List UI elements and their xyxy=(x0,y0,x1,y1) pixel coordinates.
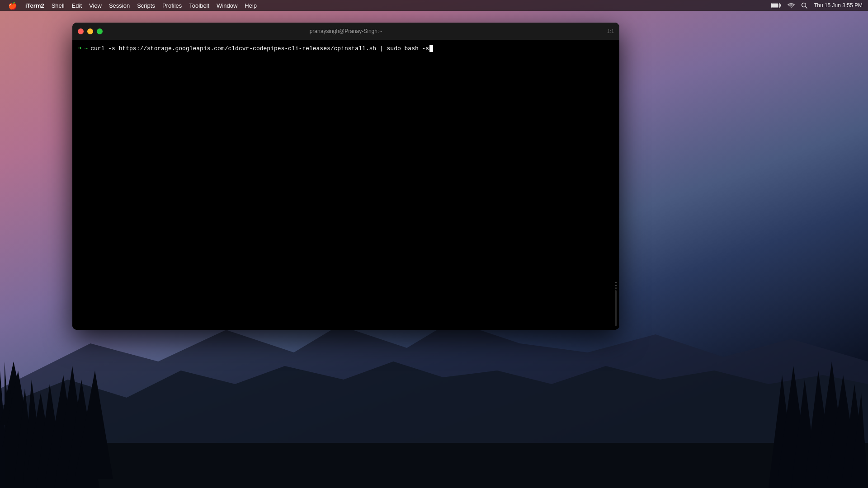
menu-datetime: Thu 15 Jun 3:55 PM xyxy=(812,0,864,11)
svg-rect-25 xyxy=(854,465,858,488)
svg-rect-27 xyxy=(772,4,778,8)
terminal-titlebar: pranaysingh@Pranay-Singh:~ 1:1 xyxy=(72,23,619,40)
toolbelt-menu[interactable]: Toolbelt xyxy=(185,0,213,11)
menu-wifi-icon xyxy=(786,0,797,11)
terminal-tab-count: 1:1 xyxy=(607,28,614,34)
window-close-button[interactable] xyxy=(78,28,84,34)
terminal-title: pranaysingh@Pranay-Singh:~ xyxy=(310,28,382,34)
window-menu[interactable]: Window xyxy=(213,0,241,11)
svg-line-30 xyxy=(805,7,807,9)
view-menu[interactable]: View xyxy=(85,0,105,11)
scripts-menu[interactable]: Scripts xyxy=(133,0,159,11)
session-menu[interactable]: Session xyxy=(105,0,133,11)
svg-rect-28 xyxy=(780,5,781,7)
terminal-command-line: ➜ ~ curl -s https://storage.googleapis.c… xyxy=(72,43,619,54)
menubar-right: Thu 15 Jun 3:55 PM xyxy=(769,0,864,11)
apple-menu[interactable]: 🍎 xyxy=(4,0,22,11)
terminal-window: pranaysingh@Pranay-Singh:~ 1:1 ➜ ~ curl … xyxy=(72,23,619,330)
svg-rect-24 xyxy=(845,461,849,488)
window-controls xyxy=(78,28,103,34)
menubar: 🍎 iTerm2 Shell Edit View Session Scripts… xyxy=(0,0,868,11)
menu-battery-icon xyxy=(769,0,783,11)
shell-menu[interactable]: Shell xyxy=(48,0,68,11)
window-maximize-button[interactable] xyxy=(97,28,103,34)
prompt-arrow: ➜ xyxy=(78,44,81,53)
menubar-left: 🍎 iTerm2 Shell Edit View Session Scripts… xyxy=(4,0,260,11)
terminal-body[interactable]: ➜ ~ curl -s https://storage.googleapis.c… xyxy=(72,40,619,330)
help-menu[interactable]: Help xyxy=(241,0,260,11)
prompt-directory: ~ xyxy=(84,44,88,53)
terminal-scrollbar[interactable] xyxy=(614,41,618,330)
menu-search-icon[interactable] xyxy=(799,0,809,11)
scrollbar-thumb[interactable] xyxy=(615,290,617,326)
app-name-menu[interactable]: iTerm2 xyxy=(22,0,48,11)
terminal-cursor xyxy=(429,45,433,52)
tree-silhouettes xyxy=(0,334,868,488)
command-text: curl -s https://storage.googleapis.com/c… xyxy=(90,44,429,53)
apple-icon: 🍎 xyxy=(8,1,17,10)
profiles-menu[interactable]: Profiles xyxy=(159,0,185,11)
window-minimize-button[interactable] xyxy=(87,28,93,34)
edit-menu[interactable]: Edit xyxy=(68,0,85,11)
